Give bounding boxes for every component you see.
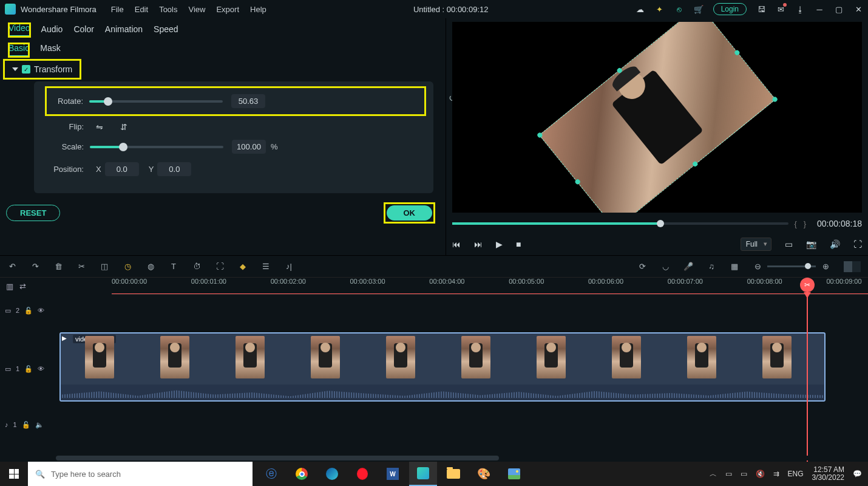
tray-chevron-up-icon[interactable]: ︿	[710, 469, 717, 479]
music-icon[interactable]: ♫	[707, 262, 716, 271]
position-y-value[interactable]: 0.0	[157, 162, 191, 176]
menu-tools[interactable]: Tools	[159, 5, 177, 14]
quality-select[interactable]: Full	[741, 238, 771, 251]
keyframe-icon[interactable]: ◆	[238, 262, 248, 271]
cart-icon[interactable]: 🛒	[694, 4, 704, 14]
zoom-slider[interactable]	[767, 265, 816, 267]
tab-speed[interactable]: Speed	[154, 24, 178, 36]
step-back-icon[interactable]: ⏮	[452, 239, 461, 249]
menu-help[interactable]: Help	[250, 5, 266, 14]
speaker-icon[interactable]: 🔈	[35, 421, 44, 429]
render-icon[interactable]: ⟳	[637, 262, 647, 271]
scale-value[interactable]: 100.00	[232, 140, 266, 154]
preview-canvas[interactable]	[452, 22, 862, 213]
flip-vertical-icon[interactable]: ⇵	[118, 123, 130, 131]
transform-checkbox[interactable]: ✓	[22, 65, 30, 74]
tray-meet-icon[interactable]: ▭	[725, 470, 732, 478]
track-lane-video[interactable]: ▶ videorotation	[56, 332, 868, 405]
taskbar-search[interactable]: 🔍 Type here to search	[28, 462, 253, 486]
tab-animation[interactable]: Animation	[105, 24, 143, 36]
split-icon[interactable]: ✂	[76, 262, 86, 271]
window-close-icon[interactable]: ✕	[853, 4, 863, 14]
adjust-icon[interactable]: ☰	[261, 262, 271, 271]
timeline-scrollbar[interactable]	[56, 456, 862, 460]
delete-icon[interactable]: 🗑	[53, 262, 63, 271]
tray-wifi-icon[interactable]: ⇉	[773, 470, 779, 478]
mail-icon[interactable]: ✉	[776, 4, 785, 14]
taskbar-word-icon[interactable]: W	[379, 462, 407, 486]
save-icon[interactable]: 🖫	[756, 4, 766, 14]
taskbar-photos-icon[interactable]	[500, 462, 528, 486]
subtab-basic[interactable]: Basic	[8, 43, 29, 57]
lock-icon[interactable]: 🔓	[22, 421, 30, 429]
subtab-mask[interactable]: Mask	[40, 43, 60, 57]
timeline-link-icon[interactable]: ⇄	[19, 282, 26, 291]
eye-icon[interactable]: 👁	[38, 365, 44, 372]
headset-icon[interactable]: ⎋	[674, 4, 684, 14]
tray-battery-icon[interactable]: ▭	[741, 470, 747, 478]
position-x-value[interactable]: 0.0	[105, 162, 139, 176]
taskbar-edge-icon[interactable]	[318, 462, 346, 486]
rotate-slider[interactable]	[89, 100, 223, 103]
lightbulb-icon[interactable]: ✦	[655, 4, 665, 14]
taskbar-opera-icon[interactable]	[348, 462, 376, 486]
volume-icon[interactable]: 🔊	[830, 239, 840, 249]
menu-file[interactable]: File	[111, 5, 124, 14]
fit-icon[interactable]: ⛶	[215, 262, 225, 271]
color-icon[interactable]: ◍	[146, 262, 155, 271]
playhead-scissors-icon[interactable]: ✂	[800, 278, 815, 292]
track-lane-empty[interactable]	[56, 295, 868, 326]
playback-slider[interactable]	[452, 222, 788, 225]
snapshot-icon[interactable]: 📷	[806, 239, 816, 249]
zoom-in-icon[interactable]: ⊕	[821, 262, 830, 271]
taskbar-explorer-icon[interactable]	[439, 462, 467, 486]
step-fwd-icon[interactable]: ⏭	[474, 239, 483, 249]
tray-notifications-icon[interactable]: 💬	[853, 470, 862, 478]
view-toggle[interactable]	[844, 261, 861, 272]
login-button[interactable]: Login	[713, 3, 747, 15]
ok-button[interactable]: OK	[387, 205, 433, 221]
track-lane-audio[interactable]	[56, 415, 868, 434]
tray-lang[interactable]: ENG	[788, 470, 804, 478]
timeline-ruler[interactable]: 00:00:00:00 00:00:01:00 00:00:02:00 00:0…	[112, 278, 868, 295]
marker-icon[interactable]: ◡	[660, 262, 670, 271]
tab-audio[interactable]: Audio	[41, 24, 63, 36]
display-icon[interactable]: ▭	[785, 239, 793, 249]
menu-edit[interactable]: Edit	[135, 5, 148, 14]
lock-icon[interactable]: 🔓	[24, 365, 33, 373]
speed-icon[interactable]: ◷	[123, 262, 132, 271]
section-transform-header[interactable]: ✓ Transform	[4, 60, 81, 79]
window-maximize-icon[interactable]: ▢	[834, 4, 844, 14]
crop-icon[interactable]: ◫	[100, 262, 109, 271]
text-icon[interactable]: T	[169, 262, 178, 271]
window-minimize-icon[interactable]: ─	[815, 4, 824, 14]
timeline-media-icon[interactable]: ▥	[6, 282, 13, 291]
start-button[interactable]	[0, 462, 28, 486]
flip-horizontal-icon[interactable]: ⇋	[93, 123, 106, 131]
video-clip[interactable]: ▶ videorotation	[59, 332, 826, 402]
download-icon[interactable]: ⭳	[795, 4, 805, 14]
fullscreen-icon[interactable]: ⛶	[853, 239, 862, 249]
zoom-out-icon[interactable]: ⊖	[753, 262, 762, 271]
taskbar-ie-icon[interactable]: ⓔ	[257, 462, 285, 486]
rotate-value[interactable]: 50.63	[231, 94, 265, 108]
menu-export[interactable]: Export	[216, 5, 239, 14]
lock-icon[interactable]: 🔓	[24, 307, 33, 315]
preview-frame[interactable]	[538, 22, 775, 213]
tray-clock[interactable]: 12:57 AM 3/30/2022	[812, 466, 844, 482]
cloud-icon[interactable]: ☁	[636, 4, 645, 14]
taskbar-filmora-icon[interactable]	[409, 462, 437, 486]
audio-adjust-icon[interactable]: ♪|	[284, 262, 294, 271]
undo-icon[interactable]: ↶	[7, 262, 17, 271]
redo-icon[interactable]: ↷	[30, 262, 40, 271]
tray-mute-icon[interactable]: 🔇	[756, 470, 765, 478]
tab-color[interactable]: Color	[73, 24, 93, 36]
play-icon[interactable]: ▶	[496, 239, 503, 249]
reset-button[interactable]: RESET	[6, 205, 60, 221]
eye-icon[interactable]: 👁	[38, 307, 44, 314]
menu-view[interactable]: View	[188, 5, 205, 14]
playhead[interactable]: ✂	[807, 278, 808, 462]
scale-slider[interactable]	[90, 146, 223, 148]
timer-icon[interactable]: ⏱	[192, 262, 202, 271]
record-icon[interactable]: 🎤	[683, 262, 693, 271]
